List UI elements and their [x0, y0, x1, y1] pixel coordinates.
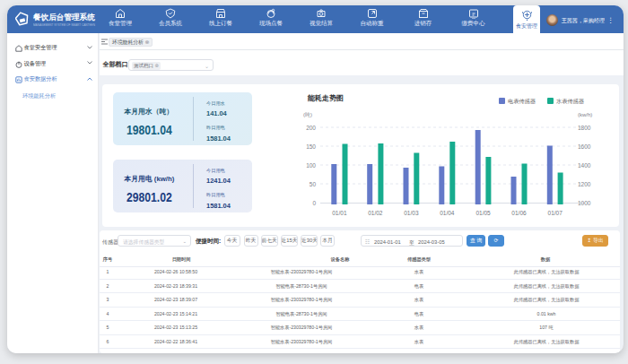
svg-text:01/07: 01/07	[548, 210, 563, 216]
svg-text:1600: 1600	[578, 143, 591, 150]
svg-text:(kw/h): (kw/h)	[578, 112, 592, 117]
svg-text:1800: 1800	[578, 125, 591, 131]
svg-text:(吨): (吨)	[303, 112, 312, 117]
svg-text:01/02: 01/02	[368, 210, 383, 216]
svg-text:0: 0	[312, 200, 316, 206]
svg-text:01/04: 01/04	[440, 210, 455, 216]
svg-text:01/03: 01/03	[404, 210, 419, 216]
svg-text:01/05: 01/05	[475, 210, 491, 216]
svg-text:150: 150	[306, 143, 316, 150]
svg-text:1200: 1200	[578, 181, 591, 187]
svg-text:100: 100	[306, 162, 316, 169]
svg-text:200: 200	[306, 125, 316, 131]
svg-text:1400: 1400	[578, 162, 591, 169]
svg-text:1000: 1000	[578, 200, 591, 206]
svg-text:01/01: 01/01	[332, 210, 347, 216]
svg-text:01/06: 01/06	[511, 210, 527, 216]
svg-text:50: 50	[310, 181, 317, 187]
